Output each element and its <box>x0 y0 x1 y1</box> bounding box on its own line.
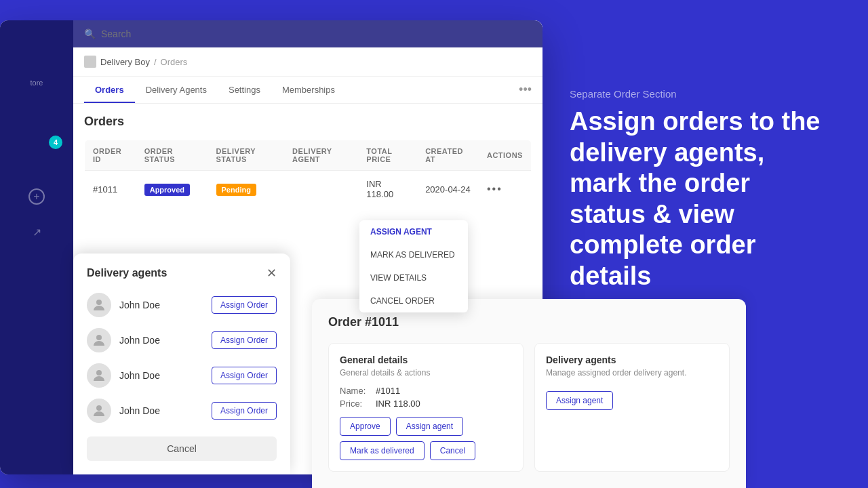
modal-close-icon[interactable]: ✕ <box>267 267 277 279</box>
right-panel-subtitle: Separate Order Section <box>570 88 827 100</box>
tab-orders[interactable]: Orders <box>84 77 135 103</box>
dropdown-menu: ASSIGN AGENT MARK AS DELIVERED VIEW DETA… <box>359 220 468 312</box>
agent-avatar-3 <box>87 363 111 388</box>
avatar-icon-4 <box>91 403 107 419</box>
dropdown-view-details[interactable]: VIEW DETAILS <box>359 266 468 289</box>
breadcrumb-separator: / <box>154 57 157 67</box>
dropdown-assign-agent[interactable]: ASSIGN AGENT <box>359 220 468 243</box>
assign-agent-btn-detail[interactable]: Assign agent <box>396 417 463 436</box>
agent-row-2: John Doe Assign Order <box>87 328 277 352</box>
delivery-agents-title: Delivery agents <box>546 354 718 365</box>
col-order-status: Order Status <box>136 140 208 171</box>
right-panel-title: Assign orders to the delivery agents, ma… <box>570 106 827 292</box>
detail-name-field: Name: #1011 <box>340 386 512 396</box>
tabs-bar: Orders Delivery Agents Settings Membersh… <box>73 77 542 104</box>
avatar-icon-2 <box>91 332 107 348</box>
agent-row-4: John Doe Assign Order <box>87 399 277 423</box>
avatar-icon-1 <box>91 297 107 313</box>
modal-title: Delivery agents <box>87 267 167 279</box>
tab-delivery-agents[interactable]: Delivery Agents <box>135 77 218 103</box>
sidebar-item-store-label: tore <box>31 79 43 87</box>
tab-settings[interactable]: Settings <box>218 77 271 103</box>
delivery-boy-icon <box>84 56 96 68</box>
svg-point-3 <box>96 405 102 411</box>
cell-actions: ••• <box>479 171 532 208</box>
assign-order-btn-4[interactable]: Assign Order <box>212 402 277 420</box>
search-input[interactable] <box>101 28 532 39</box>
mark-delivered-btn[interactable]: Mark as delivered <box>340 441 425 460</box>
detail-price-field: Price: INR 118.00 <box>340 399 512 409</box>
agent-row-1: John Doe Assign Order <box>87 293 277 317</box>
assign-order-btn-2[interactable]: Assign Order <box>212 331 277 349</box>
modal-header: Delivery agents ✕ <box>87 267 277 279</box>
tabs-more-icon[interactable]: ••• <box>519 83 532 97</box>
general-details-title: General details <box>340 354 512 365</box>
delivery-agents-card: Delivery agents Manage assigned order de… <box>534 343 730 472</box>
agent-avatar-1 <box>87 293 111 317</box>
assign-agent-section-btn[interactable]: Assign agent <box>546 391 613 410</box>
table-row: #1011 Approved Pending INR 118.00 2020-0… <box>85 171 532 208</box>
order-detail-panel: Order #1011 General details General deta… <box>312 299 746 488</box>
search-icon: 🔍 <box>84 28 96 39</box>
status-badge-approved: Approved <box>144 184 190 196</box>
col-delivery-agent: Delivery Agent <box>284 140 358 171</box>
col-total-price: Total Price <box>358 140 417 171</box>
cell-delivery-agent <box>284 171 358 208</box>
sidebar-add-item[interactable]: + <box>0 188 73 205</box>
agent-name-2: John Doe <box>119 335 203 346</box>
agent-name-1: John Doe <box>119 300 203 310</box>
sidebar-external-icon: ↗ <box>30 225 43 239</box>
col-delivery-status: Delivery Status <box>208 140 285 171</box>
agent-avatar-2 <box>87 328 111 352</box>
delivery-agents-modal: Delivery agents ✕ John Doe Assign Order … <box>73 253 290 474</box>
dropdown-mark-delivered[interactable]: MARK AS DELIVERED <box>359 243 468 266</box>
svg-point-2 <box>96 370 102 375</box>
orders-title: Orders <box>84 115 532 129</box>
price-label: Price: <box>340 399 370 409</box>
cell-created-at: 2020-04-24 <box>417 171 479 208</box>
sidebar: 4 tore + ↗ <box>0 20 73 474</box>
delivery-agents-subtitle: Manage assigned order delivery agent. <box>546 368 718 378</box>
agent-avatar-4 <box>87 399 111 423</box>
orders-table: Order ID Order Status Delivery Status De… <box>84 140 532 208</box>
right-panel: Separate Order Section Assign orders to … <box>570 88 827 308</box>
name-label: Name: <box>340 386 370 396</box>
cell-order-id: #1011 <box>85 171 136 208</box>
dropdown-cancel-order[interactable]: CANCEL ORDER <box>359 289 468 312</box>
breadcrumb-current: Orders <box>161 57 188 67</box>
cancel-btn-detail[interactable]: Cancel <box>430 441 475 460</box>
approve-btn[interactable]: Approve <box>340 417 391 436</box>
sidebar-add-icon: + <box>28 188 45 205</box>
general-details-card: General details General details & action… <box>328 343 524 472</box>
modal-cancel-button[interactable]: Cancel <box>87 436 277 461</box>
order-detail-title: Order #1011 <box>328 315 730 329</box>
assign-order-btn-1[interactable]: Assign Order <box>212 296 277 314</box>
detail-actions: Approve Assign agent Mark as delivered C… <box>340 417 512 460</box>
agent-name-3: John Doe <box>119 370 203 381</box>
search-bar: 🔍 <box>73 20 542 47</box>
cell-total-price: INR 118.00 <box>358 171 417 208</box>
breadcrumb: Delivery Boy / Orders <box>73 47 542 77</box>
avatar-icon-3 <box>91 367 107 384</box>
order-detail-grid: General details General details & action… <box>328 343 730 472</box>
svg-point-1 <box>96 335 102 340</box>
breadcrumb-parent[interactable]: Delivery Boy <box>100 57 150 67</box>
cell-delivery-status: Pending <box>208 171 285 208</box>
tab-memberships[interactable]: Memberships <box>271 77 346 103</box>
sidebar-external-item[interactable]: ↗ <box>0 225 73 239</box>
general-details-subtitle: General details & actions <box>340 368 512 378</box>
assign-order-btn-3[interactable]: Assign Order <box>212 367 277 384</box>
sidebar-item-store[interactable]: tore <box>0 75 73 87</box>
col-created-at: Created At <box>417 140 479 171</box>
cell-order-status: Approved <box>136 171 208 208</box>
status-badge-pending: Pending <box>216 184 256 196</box>
svg-point-0 <box>96 300 102 305</box>
agent-row-3: John Doe Assign Order <box>87 363 277 388</box>
agent-name-4: John Doe <box>119 405 203 416</box>
col-order-id: Order ID <box>85 140 136 171</box>
sidebar-badge: 4 <box>49 136 62 149</box>
actions-menu-icon[interactable]: ••• <box>487 183 502 195</box>
price-value: INR 118.00 <box>376 399 420 409</box>
name-value: #1011 <box>376 386 400 396</box>
col-actions: Actions <box>479 140 532 171</box>
